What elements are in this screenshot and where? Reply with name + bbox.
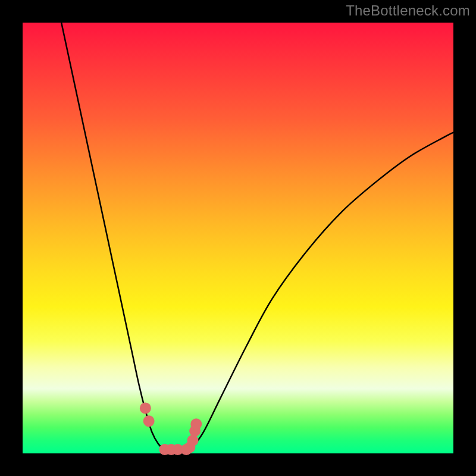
marker-layer xyxy=(140,402,202,455)
curve-layer xyxy=(61,23,453,450)
notch-marker xyxy=(143,415,155,427)
notch-marker xyxy=(190,418,202,430)
chart-svg xyxy=(23,23,453,453)
right-curve xyxy=(190,133,453,450)
left-curve xyxy=(61,23,165,450)
notch-marker xyxy=(140,402,151,414)
notch-marker xyxy=(187,435,198,446)
watermark-text: TheBottleneck.com xyxy=(346,2,470,19)
plot-area xyxy=(23,23,453,453)
chart-frame: TheBottleneck.com xyxy=(0,0,476,476)
